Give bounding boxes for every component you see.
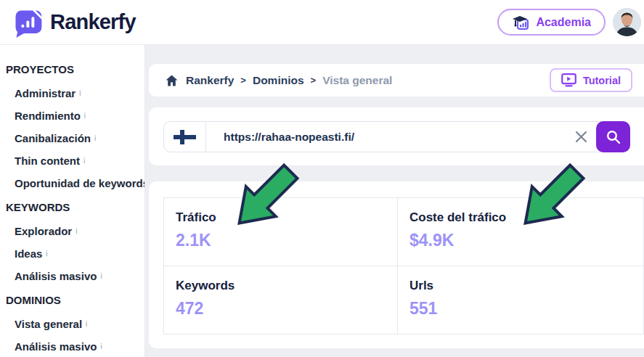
sidebar-nav: PROYECTOS Administrari Rendimientoi Cani… (0, 45, 145, 357)
search-button[interactable] (596, 121, 630, 152)
info-icon: i (84, 112, 86, 120)
info-icon: i (100, 342, 102, 350)
brand-name: Rankerfy (50, 10, 136, 34)
breadcrumb-bar: Rankerfy > Dominios > Vista general Tuto… (149, 64, 644, 97)
domain-search-bar (163, 121, 630, 152)
sidebar-item-thin-content[interactable]: Thin contenti (0, 149, 144, 172)
main-content: Rankerfy > Dominios > Vista general Tuto… (145, 45, 644, 357)
sidebar-item-rendimiento[interactable]: Rendimientoi (0, 104, 144, 127)
home-icon[interactable] (166, 75, 178, 86)
rankerfy-logo-icon (13, 7, 44, 38)
video-tutorial-icon (561, 73, 576, 87)
stat-value: $4.9K (409, 231, 643, 250)
tutorial-button[interactable]: Tutorial (550, 68, 632, 92)
domain-stats-section: Tráfico 2.1K Coste del tráfico $4.9K Key… (149, 181, 644, 348)
sidebar-item-analisis-masivo-kw[interactable]: Análisis masivoi (0, 265, 144, 287)
academia-cap-icon (512, 15, 529, 30)
sidebar-item-label: Vista general (15, 318, 82, 330)
stat-value: 551 (409, 299, 643, 319)
finland-flag-icon (174, 130, 196, 144)
sidebar-item-canibalizacion[interactable]: Canibalizacióni (0, 127, 144, 149)
info-icon: i (94, 134, 96, 142)
academia-label: Academia (536, 16, 591, 29)
sidebar-item-label: Canibalización (15, 132, 91, 144)
sidebar-item-administrar[interactable]: Administrari (0, 82, 144, 104)
stat-cell-trafico: Tráfico 2.1K (164, 198, 398, 266)
stat-cell-keywords: Keywords 472 (164, 266, 398, 335)
breadcrumb-dominios[interactable]: Dominios (253, 74, 304, 87)
brand-logo[interactable]: Rankerfy (13, 7, 136, 38)
search-input[interactable] (206, 122, 566, 152)
sidebar-item-ideas[interactable]: Ideasi (0, 242, 144, 265)
sidebar-section-keywords: KEYWORDS (0, 194, 144, 220)
sidebar-item-analisis-masivo-dom[interactable]: Análisis masivoi (0, 335, 144, 357)
breadcrumb-rankerfy[interactable]: Rankerfy (186, 74, 234, 87)
search-icon (606, 129, 621, 144)
user-avatar[interactable] (613, 8, 641, 36)
tutorial-label: Tutorial (583, 75, 621, 86)
sidebar-item-label: Análisis masivo (15, 270, 97, 282)
sidebar-item-oportunidad-keywords[interactable]: Oportunidad de keywordsi (0, 172, 144, 194)
sidebar-item-vista-general[interactable]: Vista generali (0, 313, 144, 335)
sidebar-section-proyectos: PROYECTOS (0, 57, 144, 82)
stat-value: 2.1K (176, 231, 397, 250)
clear-search-button[interactable] (566, 122, 596, 152)
info-icon: i (79, 89, 81, 97)
sidebar-section-dominios: DOMINIOS (0, 287, 144, 313)
info-icon: i (83, 157, 85, 165)
breadcrumb-separator: > (311, 75, 317, 86)
stat-label: Coste del tráfico (409, 210, 643, 225)
sidebar-item-label: Oportunidad de keywords (15, 177, 145, 189)
stat-label: Urls (409, 279, 643, 293)
sidebar-item-label: Administrar (15, 87, 76, 99)
country-selector[interactable] (164, 122, 206, 152)
avatar-image (613, 8, 641, 36)
breadcrumb-separator: > (240, 75, 246, 86)
breadcrumb: Rankerfy > Dominios > Vista general (166, 74, 392, 87)
stat-label: Keywords (176, 279, 397, 293)
info-icon: i (100, 272, 102, 280)
sidebar-item-label: Análisis masivo (15, 340, 97, 353)
sidebar-item-label: Ideas (15, 247, 42, 260)
stat-label: Tráfico (176, 210, 397, 225)
domain-search-section (149, 107, 644, 165)
info-icon: i (86, 320, 87, 328)
stat-cell-urls: Urls 551 (398, 266, 644, 335)
app-header: Rankerfy Academia (0, 0, 644, 45)
sidebar-item-label: Thin content (15, 155, 80, 167)
stat-value: 472 (176, 299, 397, 319)
info-icon: i (76, 227, 77, 235)
close-icon (575, 131, 587, 143)
academia-button[interactable]: Academia (497, 9, 606, 36)
stat-cell-coste-trafico: Coste del tráfico $4.9K (398, 198, 644, 266)
stats-grid: Tráfico 2.1K Coste del tráfico $4.9K Key… (163, 197, 644, 335)
sidebar-item-explorador[interactable]: Exploradori (0, 220, 144, 242)
breadcrumb-vista-general: Vista general (322, 74, 392, 87)
sidebar-item-label: Rendimiento (15, 110, 81, 122)
sidebar-item-label: Explorador (15, 225, 72, 237)
info-icon: i (46, 250, 47, 258)
